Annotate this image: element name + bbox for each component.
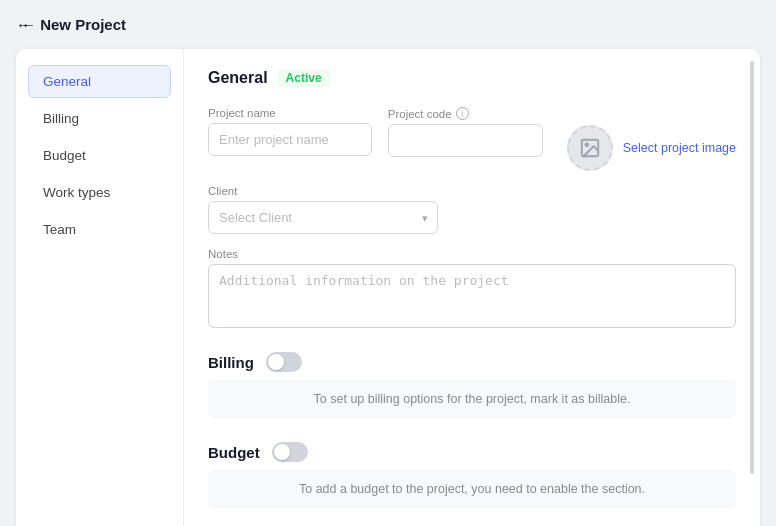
billing-section: Billing To set up billing options for th…: [208, 352, 736, 418]
project-code-label: Project code: [388, 108, 452, 120]
budget-toggle-knob: [274, 444, 290, 460]
billing-toggle-knob: [268, 354, 284, 370]
status-badge: Active: [278, 69, 330, 87]
main-content: General Active Project name Project code…: [184, 49, 760, 526]
project-code-info-icon[interactable]: i: [456, 107, 469, 120]
notes-textarea[interactable]: [208, 264, 736, 328]
budget-label: Budget: [208, 444, 260, 461]
billing-info-text: To set up billing options for the projec…: [314, 392, 631, 406]
client-group: Client Select Client ▾: [208, 185, 438, 234]
svg-point-1: [585, 143, 588, 146]
budget-section: Budget To add a budget to the project, y…: [208, 442, 736, 508]
project-name-group: Project name: [208, 107, 372, 156]
sidebar-item-budget[interactable]: Budget: [28, 139, 171, 172]
billing-info-box: To set up billing options for the projec…: [208, 380, 736, 418]
image-upload-area: Select project image: [567, 125, 736, 171]
notes-label: Notes: [208, 248, 736, 260]
budget-toggle[interactable]: [272, 442, 308, 462]
select-image-label[interactable]: Select project image: [623, 141, 736, 155]
notes-group: Notes: [208, 248, 736, 328]
sidebar-item-billing[interactable]: Billing: [28, 102, 171, 135]
sidebar-item-team[interactable]: Team: [28, 213, 171, 246]
client-label: Client: [208, 185, 438, 197]
name-code-row: Project name Project code i PR-01: [208, 107, 736, 171]
general-header: General Active: [208, 69, 736, 87]
client-select[interactable]: Select Client: [208, 201, 438, 234]
budget-row: Budget: [208, 442, 736, 462]
client-select-wrapper: Select Client ▾: [208, 201, 438, 234]
image-upload-circle[interactable]: [567, 125, 613, 171]
client-row: Client Select Client ▾: [208, 185, 736, 234]
sidebar: General Billing Budget Work types Team: [16, 49, 184, 526]
budget-info-text: To add a budget to the project, you need…: [299, 482, 645, 496]
scrollbar-thumb[interactable]: [750, 61, 754, 474]
billing-row: Billing: [208, 352, 736, 372]
page-title: ← New Project: [21, 16, 126, 33]
sidebar-item-general[interactable]: General: [28, 65, 171, 98]
project-name-label: Project name: [208, 107, 372, 119]
billing-label: Billing: [208, 354, 254, 371]
project-code-group: Project code i PR-01: [388, 107, 543, 157]
billing-toggle[interactable]: [266, 352, 302, 372]
project-name-input[interactable]: [208, 123, 372, 156]
project-code-input[interactable]: PR-01: [388, 124, 543, 157]
scrollbar-track: [750, 49, 756, 526]
general-title: General: [208, 69, 268, 87]
sidebar-item-work-types[interactable]: Work types: [28, 176, 171, 209]
budget-info-box: To add a budget to the project, you need…: [208, 470, 736, 508]
